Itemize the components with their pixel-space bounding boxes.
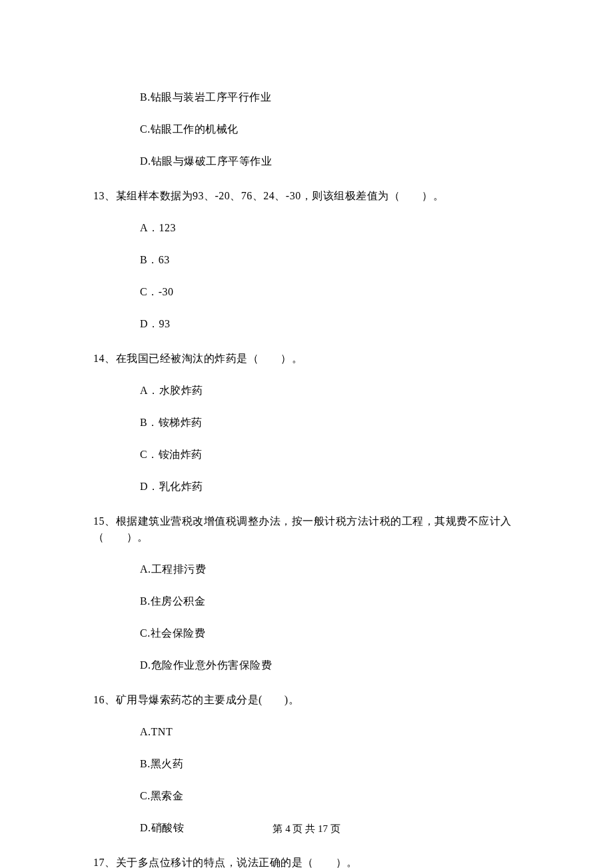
q16-option-c: C.黑索金 (140, 788, 520, 804)
q14-option-b: B．铵梯炸药 (140, 415, 520, 431)
q14-option-d: D．乳化炸药 (140, 479, 520, 495)
q14-option-c: C．铵油炸药 (140, 447, 520, 463)
q15-option-a: A.工程排污费 (140, 561, 520, 577)
q15-stem: 15、根据建筑业营税改增值税调整办法，按一般计税方法计税的工程，其规费不应计入（… (93, 513, 520, 545)
q16-stem: 16、矿用导爆索药芯的主要成分是( )。 (93, 692, 520, 708)
q12-option-b: B.钻眼与装岩工序平行作业 (140, 89, 520, 105)
q12-option-c: C.钻眼工作的机械化 (140, 121, 520, 137)
q14-option-a: A．水胶炸药 (140, 383, 520, 399)
q15-option-b: B.住房公积金 (140, 593, 520, 609)
q15-option-c: C.社会保险费 (140, 625, 520, 641)
q12-option-d: D.钻眼与爆破工序平等作业 (140, 153, 520, 169)
page-footer: 第 4 页 共 17 页 (0, 821, 613, 837)
q15-option-d: D.危险作业意外伤害保险费 (140, 657, 520, 673)
q16-option-a: A.TNT (140, 724, 520, 740)
q14-stem: 14、在我国已经被淘汰的炸药是（ ）。 (93, 351, 520, 367)
q13-option-a: A．123 (140, 220, 520, 236)
q13-option-c: C．-30 (140, 284, 520, 300)
document-page: B.钻眼与装岩工序平行作业 C.钻眼工作的机械化 D.钻眼与爆破工序平等作业 1… (0, 0, 613, 868)
q13-option-d: D．93 (140, 316, 520, 332)
q13-option-b: B．63 (140, 252, 520, 268)
q13-stem: 13、某组样本数据为93、-20、76、24、-30，则该组极差值为（ ）。 (93, 188, 520, 204)
q17-stem: 17、关于多点位移计的特点，说法正确的是（ ）。 (93, 855, 520, 868)
q16-option-b: B.黑火药 (140, 756, 520, 772)
